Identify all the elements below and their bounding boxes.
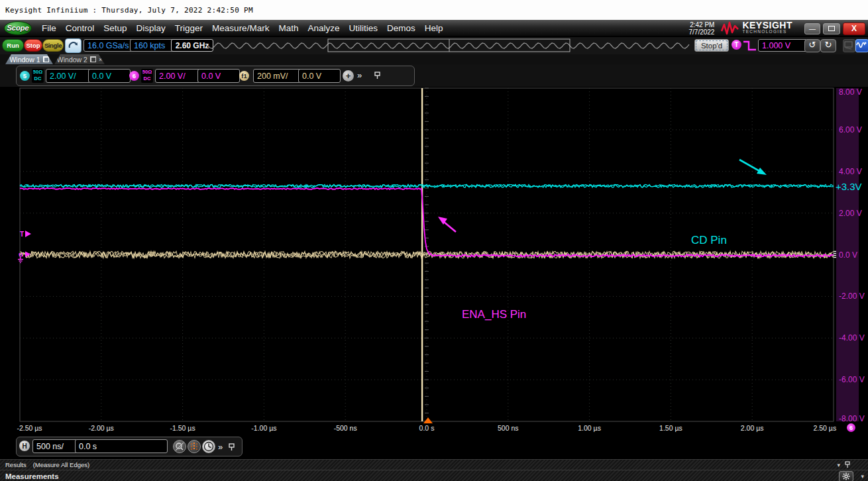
menu-item-display[interactable]: Display: [132, 21, 170, 35]
scope-logo[interactable]: Scope: [4, 21, 32, 35]
run-button[interactable]: Run: [2, 39, 24, 52]
svg-text:f1: f1: [19, 252, 24, 258]
y-tick-label: 2.00 V: [839, 209, 862, 218]
time-reference-icon[interactable]: [188, 440, 201, 453]
menu-bar: Scope FileControlSetupDisplayTriggerMeas…: [0, 20, 868, 36]
results-bar[interactable]: Results (Measure All Edges) ▾: [0, 459, 868, 470]
channel6-coupling[interactable]: 50ΩDC: [141, 69, 153, 83]
waveform-view-icon[interactable]: [855, 39, 868, 52]
menu-item-measure-mark[interactable]: Measure/Mark: [207, 21, 274, 35]
measurements-label: Measurements: [5, 472, 59, 480]
pin-toolbar-icon[interactable]: [374, 72, 381, 80]
svg-text:T: T: [20, 231, 24, 238]
more-channels-chevron[interactable]: »: [357, 70, 360, 80]
channel6-badge[interactable]: 6: [129, 71, 139, 81]
y-tick-label: -8.00 V: [839, 414, 865, 423]
keysight-spark-icon: [721, 21, 739, 36]
y-tick-label: -4.00 V: [839, 333, 865, 343]
clock-date: 7/7/2022: [688, 28, 714, 36]
results-dropdown-icon[interactable]: ▾: [837, 462, 840, 468]
y-tick-label: -2.00 V: [839, 292, 865, 301]
infiniium-app: Keysight Infiniium : Thursday, July 7, 2…: [0, 0, 868, 481]
gear-button[interactable]: [839, 471, 853, 481]
results-detail: (Measure All Edges): [33, 461, 90, 468]
timebase-position-field[interactable]: 0.0 s: [75, 439, 168, 453]
tab-window-1[interactable]: Window 1: [5, 54, 53, 64]
pin-toolbar-icon[interactable]: [229, 443, 235, 451]
horizontal-panel: H 500 ns/ 0.0 s »: [16, 437, 243, 456]
channel6-axis-badge[interactable]: 6: [847, 423, 855, 432]
menu-item-demos[interactable]: Demos: [382, 21, 420, 35]
trigger-falling-edge-icon[interactable]: [743, 40, 757, 52]
timebase-scale-field[interactable]: 500 ns/: [32, 439, 78, 453]
stop-button[interactable]: Stop: [24, 39, 42, 52]
pin-results-icon[interactable]: [845, 461, 851, 468]
more-horizontal-chevron[interactable]: »: [218, 442, 221, 452]
gear-icon: [842, 472, 850, 480]
tab-label: Window 2: [57, 56, 87, 64]
channel5-coupling[interactable]: 50ΩDC: [32, 69, 44, 83]
horizontal-toolbar: H 500 ns/ 0.0 s »: [0, 436, 868, 457]
menu-item-trigger[interactable]: Trigger: [170, 21, 207, 35]
undock-icon[interactable]: [43, 56, 49, 62]
acquisition-preview-strip[interactable]: [208, 37, 702, 54]
display-layout-icon[interactable]: [843, 39, 855, 52]
x-tick-label: 2.50 µs: [814, 424, 837, 432]
maximize-button[interactable]: [823, 23, 840, 34]
single-button[interactable]: Single: [42, 39, 64, 52]
touch-icon: [68, 41, 78, 50]
function1-scale-field[interactable]: 200 mV/: [253, 69, 302, 83]
undo-button[interactable]: ↺: [804, 39, 820, 52]
menu-item-setup[interactable]: Setup: [99, 21, 131, 35]
channel6-scale-field[interactable]: 2.00 V/: [155, 69, 201, 83]
menu-item-analyze[interactable]: Analyze: [303, 21, 344, 35]
acq-status-button[interactable]: Stop'd: [694, 39, 729, 52]
annotation-cd-pin: CD Pin: [691, 234, 727, 247]
sample-rate-field[interactable]: 16.0 GSa/s: [83, 39, 134, 52]
y-tick-label: 6.00 V: [839, 125, 862, 134]
x-tick-label: 1.50 µs: [659, 424, 682, 432]
keysight-logo: KEYSIGHT TECHNOLOGIES: [721, 21, 792, 36]
memory-depth-field[interactable]: 160 kpts: [130, 39, 175, 52]
measurements-bar[interactable]: Measurements ▾: [0, 470, 868, 481]
clock-icon[interactable]: [202, 440, 215, 453]
y-tick-label: 4.00 V: [839, 167, 862, 176]
clock-time: 2:42 PM: [688, 21, 714, 28]
channel6-offset-field[interactable]: 0.0 V: [197, 69, 240, 83]
channel5-offset-field[interactable]: 0.0 V: [88, 69, 131, 83]
x-tick-label: 2.00 µs: [741, 424, 764, 432]
x-tick-label: 0.0 s: [419, 424, 435, 432]
tab-close-icon[interactable]: ×: [99, 56, 102, 63]
zoom-icon[interactable]: [173, 440, 186, 453]
tab-label: Window 1: [9, 56, 40, 64]
x-tick-label: 500 ns: [498, 424, 519, 432]
menu-item-utilities[interactable]: Utilities: [344, 21, 382, 35]
trigger-source-badge[interactable]: T: [732, 40, 741, 50]
measurements-dropdown-icon[interactable]: ▾: [861, 473, 864, 480]
x-tick-label: -2.00 µs: [89, 424, 114, 432]
menu-item-math[interactable]: Math: [274, 21, 303, 35]
menu-item-control[interactable]: Control: [61, 21, 99, 35]
minimize-button[interactable]: —: [804, 23, 820, 34]
close-button[interactable]: X: [843, 23, 865, 35]
touch-toggle-button[interactable]: [65, 38, 81, 53]
horizontal-badge[interactable]: H: [19, 441, 30, 451]
x-tick-label: 1.00 µs: [578, 424, 601, 432]
function1-badge[interactable]: f1: [239, 71, 249, 81]
y-tick-label: 8.00 V: [839, 87, 862, 97]
menu-item-help[interactable]: Help: [420, 21, 448, 35]
redo-button[interactable]: ↻: [820, 39, 836, 52]
undock-icon[interactable]: [90, 56, 96, 62]
channel-panel: 5 50ΩDC 2.00 V/ 0.0 V 6 50ΩDC 2.00 V/ 0.…: [16, 66, 415, 86]
add-waveform-button[interactable]: +: [343, 70, 354, 81]
brand-sub: TECHNOLOGIES: [742, 28, 792, 35]
menu-item-file[interactable]: File: [37, 21, 61, 35]
function1-offset-field[interactable]: 0.0 V: [298, 69, 341, 83]
channel5-scale-field[interactable]: 2.00 V/: [46, 69, 92, 83]
trigger-level-field[interactable]: 1.000 V: [758, 39, 807, 52]
tab-window-2[interactable]: Window 2×: [54, 54, 105, 64]
bandwidth-field[interactable]: 2.60 GHz: [171, 39, 213, 52]
menu-items: FileControlSetupDisplayTriggerMeasure/Ma…: [37, 21, 447, 35]
waveform-display[interactable]: Tf1 8.00 V6.00 V4.00 V2.00 V0.0 V-2.00 V…: [0, 87, 868, 436]
channel5-badge[interactable]: 5: [20, 71, 30, 81]
